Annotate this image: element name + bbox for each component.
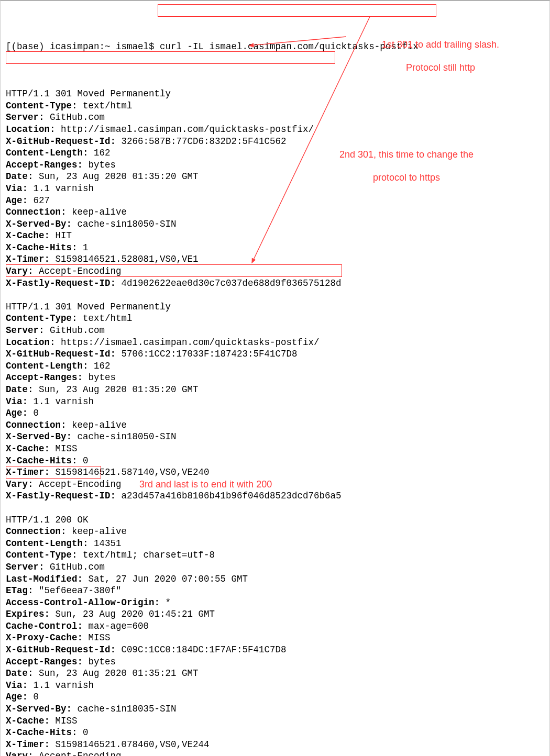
http-header-value: text/html xyxy=(78,101,133,111)
http-header-name: Content-Type: xyxy=(6,313,78,324)
http-header-name: Content-Length: xyxy=(6,538,89,549)
http-header-name: Location: xyxy=(6,124,56,135)
highlight-curl-command xyxy=(158,4,436,17)
http-header-name: Via: xyxy=(6,183,28,194)
http-header-name: X-Served-By: xyxy=(6,219,72,229)
http-header-value: 5706:1CC2:17033F:187423:5F41C7D8 xyxy=(116,349,298,359)
http-header-name: Age: xyxy=(6,195,28,206)
http-header-name: Expires: xyxy=(6,609,50,619)
http-header-value: 627 xyxy=(28,195,50,206)
http-header-name: Vary: xyxy=(6,266,34,276)
http-header-name: Age: xyxy=(6,408,28,418)
http-header-line: Server: GitHub.com xyxy=(6,112,544,124)
blank-line xyxy=(6,289,544,301)
http-header-value: 4d1902622eae0d30c7c037de688d9f036575128d xyxy=(116,278,342,288)
http-header-line: Vary: Accept-Encoding xyxy=(6,265,544,277)
http-header-line: Via: 1.1 varnish xyxy=(6,396,544,408)
http-header-value: Sat, 27 Jun 2020 07:00:55 GMT xyxy=(83,574,248,584)
http-header-value: 14351 xyxy=(89,538,122,549)
http-header-name: Connection: xyxy=(6,207,67,217)
http-header-line: Server: GitHub.com xyxy=(6,561,544,573)
http-header-value: Accept-Encoding xyxy=(34,751,122,756)
annotation-text: Protocol still http xyxy=(406,62,475,73)
http-header-value: S1598146521.528081,VS0,VE1 xyxy=(50,254,199,264)
http-header-name: Age: xyxy=(6,692,28,702)
http-header-name: Via: xyxy=(6,396,28,407)
http-header-name: X-Fastly-Request-ID: xyxy=(6,491,116,501)
http-header-name: Accept-Ranges: xyxy=(6,657,83,667)
http-header-value: MISS xyxy=(50,443,78,454)
http-header-name: Accept-Ranges: xyxy=(6,372,83,383)
http-header-name: Content-Length: xyxy=(6,361,89,371)
http-header-name: X-Proxy-Cache: xyxy=(6,632,83,643)
http-header-line: Content-Type: text/html; charset=utf-8 xyxy=(6,549,544,561)
http-header-line: Date: Sun, 23 Aug 2020 01:35:21 GMT xyxy=(6,668,544,680)
http-header-line: Date: Sun, 23 Aug 2020 01:35:20 GMT xyxy=(6,384,544,396)
http-header-value: Sun, 23 Aug 2020 01:45:21 GMT xyxy=(50,609,215,619)
http-header-line: Server: GitHub.com xyxy=(6,325,544,337)
http-header-name: Date: xyxy=(6,668,34,679)
http-header-value: text/html xyxy=(78,313,133,324)
http-header-name: X-Cache: xyxy=(6,230,50,241)
http-header-value: MISS xyxy=(50,716,78,726)
http-header-line: Age: 0 xyxy=(6,691,544,703)
annotation-text: 1st 301 to add trailing slash. xyxy=(382,39,499,50)
http-header-line: Access-Control-Allow-Origin: * xyxy=(6,597,544,609)
http-header-value: 3266:587B:77CD6:832D2:5F41C562 xyxy=(116,136,287,147)
http-header-value: 0 xyxy=(28,692,39,702)
http-header-value: 0 xyxy=(78,727,89,738)
http-header-value: Sun, 23 Aug 2020 01:35:20 GMT xyxy=(34,171,199,182)
http-header-line: Content-Length: 14351 xyxy=(6,538,544,550)
http-header-name: X-Served-By: xyxy=(6,431,72,442)
http-header-value: 1 xyxy=(78,242,89,253)
http-header-name: X-Timer: xyxy=(6,254,50,264)
annotation-text: protocol to https xyxy=(373,172,440,183)
http-header-value: Sun, 23 Aug 2020 01:35:21 GMT xyxy=(34,668,199,679)
http-header-line: X-Cache: MISS xyxy=(6,443,544,455)
http-header-name: X-Timer: xyxy=(6,467,50,477)
http-header-value: HIT xyxy=(50,230,72,241)
http-header-line: Content-Type: text/html xyxy=(6,100,544,112)
blank-line xyxy=(6,502,544,514)
highlight-location-http xyxy=(6,51,335,64)
http-header-value: Accept-Encoding xyxy=(34,266,122,276)
shell-prompt: [(base) icasimpan:~ ismael$ xyxy=(6,41,160,52)
http-header-line: X-Served-By: cache-sin18035-SIN xyxy=(6,703,544,715)
http-header-value: keep-alive xyxy=(67,526,127,537)
http-header-name: Cache-Control: xyxy=(6,621,83,631)
http-header-value: 1.1 varnish xyxy=(28,680,94,691)
http-status-line: HTTP/1.1 301 Moved Permanently xyxy=(6,88,544,100)
http-header-name: X-GitHub-Request-Id: xyxy=(6,349,116,359)
http-header-line: Via: 1.1 varnish xyxy=(6,680,544,692)
http-header-line: Connection: keep-alive xyxy=(6,419,544,431)
http-header-name: ETag: xyxy=(6,585,34,596)
http-header-name: Server: xyxy=(6,562,45,572)
http-header-value: MISS xyxy=(83,632,111,643)
http-header-name: X-Cache-Hits: xyxy=(6,455,78,466)
http-header-value: https://ismael.casimpan.com/quicktasks-p… xyxy=(56,337,320,348)
http-header-name: Content-Type: xyxy=(6,101,78,111)
http-header-line: Content-Type: text/html xyxy=(6,313,544,325)
http-header-line: Last-Modified: Sat, 27 Jun 2020 07:00:55… xyxy=(6,573,544,585)
http-header-value: http://ismael.casimpan.com/quicktasks-po… xyxy=(56,124,314,135)
http-header-line: Location: https://ismael.casimpan.com/qu… xyxy=(6,337,544,349)
annotation-text: 3rd and last is to end it with 200 xyxy=(139,479,272,490)
http-header-value: C09C:1CC0:184DC:1F7AF:5F41C7D8 xyxy=(116,644,287,655)
http-header-value: keep-alive xyxy=(67,420,127,430)
http-header-value: 1.1 varnish xyxy=(28,396,94,407)
http-header-value: * xyxy=(160,597,171,608)
http-header-name: Content-Length: xyxy=(6,148,89,158)
http-header-line: Content-Length: 162 xyxy=(6,360,544,372)
http-header-value: text/html; charset=utf-8 xyxy=(78,550,215,560)
http-header-value: bytes xyxy=(83,160,116,170)
http-header-value: cache-sin18050-SIN xyxy=(72,219,177,229)
annotation-final-200: 3rd and last is to end it with 200 xyxy=(129,467,296,502)
http-header-name: Vary: xyxy=(6,751,34,756)
http-header-name: Date: xyxy=(6,171,34,182)
http-header-line: X-Proxy-Cache: MISS xyxy=(6,632,544,644)
annotation-first-redirect: 1st 301 to add trailing slash. Protocol … xyxy=(346,27,524,85)
http-header-name: X-Timer: xyxy=(6,739,50,750)
http-header-name: Server: xyxy=(6,112,45,123)
http-header-name: Server: xyxy=(6,325,45,336)
annotation-text: 2nd 301, this time to change the xyxy=(339,149,474,160)
